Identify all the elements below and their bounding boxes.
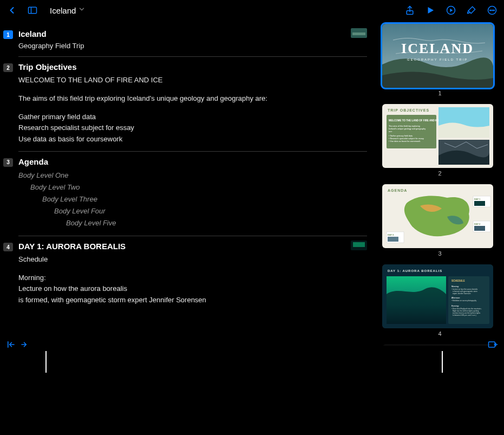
- nav-slide-3[interactable]: AGENDA DAY 1 DAY 2 DAY 3 3: [382, 184, 498, 261]
- svg-text:DAY 1: AURORA BOREALIS: DAY 1: AURORA BOREALIS: [388, 269, 442, 272]
- document-title-menu[interactable]: Iceland: [50, 5, 86, 15]
- svg-text:DAY 2: DAY 2: [474, 223, 481, 225]
- rehearse-button[interactable]: [444, 4, 457, 17]
- chevron-down-icon: [78, 5, 86, 15]
- format-brush-button[interactable]: [465, 4, 478, 17]
- svg-rect-33: [474, 201, 485, 206]
- back-button[interactable]: [5, 4, 18, 17]
- outline-slide-4[interactable]: 4 DAY 1: AURORA BOREALIS Schedule Mornin…: [18, 236, 367, 310]
- outline-title: Trip Objectives: [18, 62, 367, 72]
- outline-body-line: Lecture on how the aurora borealis: [18, 283, 367, 294]
- slide-thumbnail[interactable]: AGENDA DAY 1 DAY 2 DAY 3: [382, 184, 493, 248]
- outline-placeholder: Body Level Four: [54, 205, 367, 217]
- svg-text:GEOGRAPHY FIELD TRIP: GEOGRAPHY FIELD TRIP: [407, 58, 468, 61]
- slide-number-badge: 3: [3, 158, 13, 167]
- outline-placeholder: Body Level Three: [42, 193, 367, 205]
- svg-marker-5: [450, 9, 453, 12]
- share-button[interactable]: [403, 4, 416, 17]
- svg-rect-63: [489, 342, 495, 347]
- svg-point-9: [494, 10, 495, 11]
- slide-number: 1: [382, 88, 498, 101]
- svg-rect-39: [388, 237, 398, 242]
- outline-body-line: Research specialist subject for essay: [18, 122, 367, 133]
- outline-title: Iceland: [18, 29, 367, 38]
- toolbar: Iceland: [0, 0, 504, 21]
- play-button[interactable]: [424, 4, 437, 17]
- slide-number: 2: [382, 168, 498, 181]
- slide-number-badge: 2: [3, 63, 13, 72]
- slide-navigator[interactable]: ICELAND GEOGRAPHY FIELD TRIP 1 TRIP OBJE…: [379, 21, 504, 351]
- svg-text:The aims of this field trip ex: The aims of this field trip exploring: [389, 125, 420, 127]
- indent-button[interactable]: [19, 338, 30, 351]
- svg-text:Afternoon:: Afternoon:: [451, 297, 460, 299]
- outline-subtitle: Geography Field Trip: [18, 42, 367, 50]
- outline-title: DAY 1: AURORA BOREALIS: [18, 242, 367, 251]
- annotation-area: [0, 351, 504, 435]
- svg-text:• Research specialist subject : • Research specialist subject for essay: [389, 138, 424, 140]
- more-button[interactable]: [486, 4, 499, 17]
- sidebar-toggle-button[interactable]: [26, 4, 39, 17]
- nav-slide-1[interactable]: ICELAND GEOGRAPHY FIELD TRIP 1: [382, 24, 498, 101]
- outline-slide-1[interactable]: 1 Iceland Geography Field Trip: [18, 24, 367, 57]
- svg-text:SCHEDULE: SCHEDULE: [451, 280, 465, 282]
- outline-body-line: Schedule: [18, 254, 367, 265]
- svg-text:are:: are:: [389, 131, 392, 133]
- nav-slide-2[interactable]: TRIP OBJECTIVES WELCOME TO THE LAND OF F…: [382, 104, 498, 181]
- svg-text:• Use data as basis for course: • Use data as basis for coursework: [389, 140, 421, 142]
- bottom-toolbar: [0, 338, 504, 351]
- slide-mini-thumb: [351, 28, 367, 38]
- svg-text:Iceland's unique geology and g: Iceland's unique geology and geography: [389, 128, 426, 130]
- slide-mini-thumb: [351, 241, 367, 250]
- outline-body-line: The aims of this field trip exploring Ic…: [18, 93, 367, 104]
- svg-rect-13: [353, 242, 365, 247]
- svg-text:DAY 1: DAY 1: [474, 198, 481, 200]
- callout-marker: [442, 351, 443, 373]
- add-slide-button[interactable]: [487, 338, 499, 351]
- outline-body-line: Gather primary field data: [18, 112, 367, 122]
- outline-body-line: Morning:: [18, 272, 367, 283]
- outline-pane[interactable]: 1 Iceland Geography Field Trip 2 Trip Ob…: [0, 21, 379, 351]
- svg-point-8: [492, 10, 493, 11]
- svg-point-7: [490, 10, 491, 11]
- slide-thumbnail[interactable]: TRIP OBJECTIVES WELCOME TO THE LAND OF F…: [382, 104, 493, 168]
- svg-text:Morning:: Morning:: [451, 285, 459, 288]
- svg-marker-3: [428, 7, 434, 14]
- svg-text:DAY 3: DAY 3: [388, 233, 394, 236]
- svg-text:TRIP OBJECTIVES: TRIP OBJECTIVES: [388, 108, 429, 112]
- outline-placeholder: Body Level Two: [30, 181, 367, 193]
- svg-text:WELCOME TO THE LAND OF FIRE AN: WELCOME TO THE LAND OF FIRE AND ICE: [389, 119, 440, 122]
- svg-rect-11: [352, 33, 365, 35]
- callout-marker: [45, 351, 47, 373]
- outline-slide-3[interactable]: 3 Agenda Body Level One Body Level Two B…: [18, 152, 367, 236]
- main-content: 1 Iceland Geography Field Trip 2 Trip Ob…: [0, 21, 504, 351]
- svg-text:expert Jennifer Sorensen: expert Jennifer Sorensen: [453, 293, 471, 295]
- nav-slide-4[interactable]: DAY 1: AURORA BOREALIS SCHEDULE Morning:…: [382, 264, 498, 341]
- svg-text:• Exhibition on aurora photogr: • Exhibition on aurora photography: [451, 300, 477, 302]
- svg-text:Evening:: Evening:: [451, 305, 459, 307]
- slide-number-badge: 1: [3, 30, 13, 39]
- outline-title: Agenda: [18, 157, 367, 166]
- outline-placeholder: Body Level One: [18, 170, 367, 181]
- document-title: Iceland: [50, 6, 76, 15]
- outline-body-line: is formed, with geomagnetic storm expert…: [18, 295, 367, 306]
- slide-number: 3: [382, 248, 498, 261]
- svg-text:• Gather primary field data: • Gather primary field data: [389, 135, 413, 137]
- slide-thumbnail[interactable]: ICELAND GEOGRAPHY FIELD TRIP: [382, 24, 493, 88]
- outline-placeholder: Body Level Five: [66, 217, 367, 229]
- svg-text:ICELAND: ICELAND: [401, 41, 474, 56]
- svg-text:AGENDA: AGENDA: [388, 189, 407, 192]
- svg-text:is between 9:30 p.m. and 1 a.m: is between 9:30 p.m. and 1 a.m.): [453, 314, 476, 316]
- outline-body-line: WELCOME TO THE LAND OF FIRE AND ICE: [18, 75, 367, 86]
- slide-number-badge: 4: [3, 243, 13, 251]
- slide-thumbnail[interactable]: DAY 1: AURORA BOREALIS SCHEDULE Morning:…: [382, 264, 493, 328]
- svg-rect-36: [474, 226, 485, 231]
- svg-rect-0: [29, 7, 37, 14]
- outline-body-line: Use data as basis for coursework: [18, 134, 367, 145]
- outline-slide-2[interactable]: 2 Trip Objectives WELCOME TO THE LAND OF…: [18, 57, 367, 152]
- outdent-button[interactable]: [5, 338, 16, 351]
